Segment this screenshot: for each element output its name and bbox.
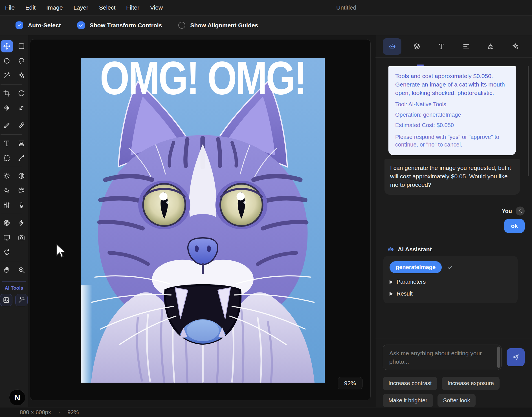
- options-bar: Auto-SelectShow Transform ControlsShow A…: [0, 15, 532, 35]
- tool-brightness[interactable]: [1, 170, 13, 182]
- robot-icon: [387, 246, 394, 253]
- composer: Increase contrastIncrease exposureMake i…: [375, 338, 532, 407]
- tool-marquee[interactable]: [1, 152, 13, 164]
- tool-vignette[interactable]: [1, 217, 13, 229]
- tool-rotate[interactable]: [15, 87, 28, 99]
- tool-call-pill[interactable]: generateImage: [390, 261, 442, 273]
- option-show-alignment-guides[interactable]: Show Alignment Guides: [178, 22, 258, 29]
- tool-meta-line: Tool: AI-Native Tools: [395, 101, 509, 108]
- suggestion-chip[interactable]: Increase contrast: [383, 377, 437, 390]
- menu-item-layer[interactable]: Layer: [73, 4, 88, 11]
- approval-message-bubble: Tools and cost approximately $0.050. Gen…: [388, 66, 516, 155]
- user-label: You: [502, 208, 512, 214]
- send-icon: [512, 353, 520, 361]
- tool-eyedropper[interactable]: [15, 119, 28, 132]
- tool-contrast[interactable]: [15, 170, 28, 182]
- tool-temperature[interactable]: [15, 199, 28, 211]
- option-label: Show Transform Controls: [90, 22, 162, 29]
- tool-sparkle[interactable]: [15, 69, 28, 82]
- tool-section-label: Parameters: [397, 279, 426, 285]
- ai-panel: Tools and cost approximately $0.050. Gen…: [375, 35, 532, 407]
- checkbox-checked-icon[interactable]: [77, 21, 85, 29]
- checkbox-checked-icon[interactable]: [16, 21, 23, 29]
- status-zoom: 92%: [67, 409, 79, 416]
- tool-ai-image[interactable]: [0, 294, 12, 306]
- ai-tools-group: [0, 294, 28, 306]
- option-label: Auto-Select: [28, 22, 61, 29]
- menu-item-filter[interactable]: Filter: [126, 4, 139, 11]
- person-icon: [518, 208, 523, 214]
- caret-right-icon: [390, 280, 393, 284]
- meme-text: OMG! OMG!: [100, 58, 306, 104]
- tool-sync[interactable]: [1, 246, 13, 258]
- tool-hand[interactable]: [1, 264, 13, 276]
- tool-text-style[interactable]: [15, 137, 28, 150]
- user-message-bubble: ok: [504, 219, 525, 233]
- canvas-document[interactable]: OMG! OMG!: [81, 58, 325, 383]
- ai-tools-divider: [2, 281, 26, 282]
- chat-area: Tools and cost approximately $0.050. Gen…: [375, 58, 532, 338]
- chat-scrollbar[interactable]: [528, 66, 529, 176]
- menu-items: FileEditImageLayerSelectFilterView: [5, 4, 163, 11]
- tool-saturation[interactable]: [1, 184, 13, 197]
- tool-camera[interactable]: [15, 231, 28, 244]
- option-show-transform-controls[interactable]: Show Transform Controls: [77, 21, 162, 29]
- suggestion-chip[interactable]: Softer look: [438, 394, 476, 407]
- menu-item-image[interactable]: Image: [46, 4, 63, 11]
- workspace: OMG! OMG! 92%: [28, 35, 375, 407]
- tool-ellipse-select[interactable]: [1, 55, 13, 67]
- tool-flip[interactable]: [1, 102, 13, 114]
- tab-effects[interactable]: [506, 38, 525, 55]
- menu-item-view[interactable]: View: [150, 4, 163, 11]
- tool-sidebar: AI Tools: [0, 35, 28, 407]
- user-avatar: [516, 207, 525, 216]
- send-button[interactable]: [507, 348, 525, 366]
- suggestion-chip[interactable]: Increase exposure: [442, 377, 500, 390]
- clipped-text-fragment: [417, 65, 424, 66]
- menu-item-select[interactable]: Select: [99, 4, 115, 11]
- tool-brush[interactable]: [1, 119, 13, 132]
- approval-footer: Please respond with "yes" or "approve" t…: [395, 133, 509, 148]
- document-title: Untitled: [336, 4, 356, 11]
- tool-palette[interactable]: [15, 184, 28, 197]
- tool-curve[interactable]: [15, 152, 28, 164]
- tool-flash[interactable]: [15, 217, 28, 229]
- tab-layers[interactable]: [407, 38, 426, 55]
- tab-ai-assistant[interactable]: [383, 38, 401, 55]
- tool-screen[interactable]: [1, 231, 13, 244]
- suggestion-chips: Increase contrastIncrease exposureMake i…: [383, 377, 532, 407]
- chat-input[interactable]: [383, 345, 501, 370]
- option-label: Show Alignment Guides: [190, 22, 258, 29]
- app-logo: N: [9, 389, 25, 406]
- menu-bar: FileEditImageLayerSelectFilterView Untit…: [0, 0, 532, 15]
- panel-tabs: [375, 35, 532, 58]
- document-dimensions: 800 × 600px: [20, 409, 51, 416]
- check-icon: [447, 264, 453, 270]
- tool-move[interactable]: [1, 40, 13, 52]
- cat-meme-image: OMG! OMG!: [81, 58, 325, 383]
- option-auto-select[interactable]: Auto-Select: [16, 21, 61, 29]
- tool-zoom-in[interactable]: [15, 264, 28, 276]
- tab-text[interactable]: [432, 38, 451, 55]
- status-separator: ·: [58, 409, 60, 416]
- tab-align[interactable]: [457, 38, 475, 55]
- tool-lasso[interactable]: [15, 55, 28, 67]
- tool-text[interactable]: [1, 137, 13, 150]
- tool-section-parameters[interactable]: Parameters: [390, 279, 511, 285]
- tool-rect-select[interactable]: [15, 40, 28, 52]
- tool-magic-wand[interactable]: [1, 69, 13, 82]
- suggestion-chip[interactable]: Make it brighter: [383, 394, 433, 407]
- assistant-reply-bubble: I can generate the image you requested, …: [384, 159, 520, 195]
- tool-section-result[interactable]: Result: [390, 290, 511, 297]
- tool-crop[interactable]: [1, 87, 13, 99]
- approval-text: Tools and cost approximately $0.050. Gen…: [395, 72, 509, 97]
- checkbox-unchecked-icon[interactable]: [178, 22, 185, 29]
- tool-adjustments[interactable]: [1, 199, 13, 211]
- input-scrollbar[interactable]: [497, 347, 500, 368]
- tab-shapes[interactable]: [482, 38, 500, 55]
- assistant-header-row: AI Assistant: [383, 246, 432, 253]
- tool-ai-retouch[interactable]: [15, 294, 28, 306]
- tool-resize[interactable]: [15, 102, 28, 114]
- menu-item-file[interactable]: File: [5, 4, 15, 11]
- menu-item-edit[interactable]: Edit: [25, 4, 36, 11]
